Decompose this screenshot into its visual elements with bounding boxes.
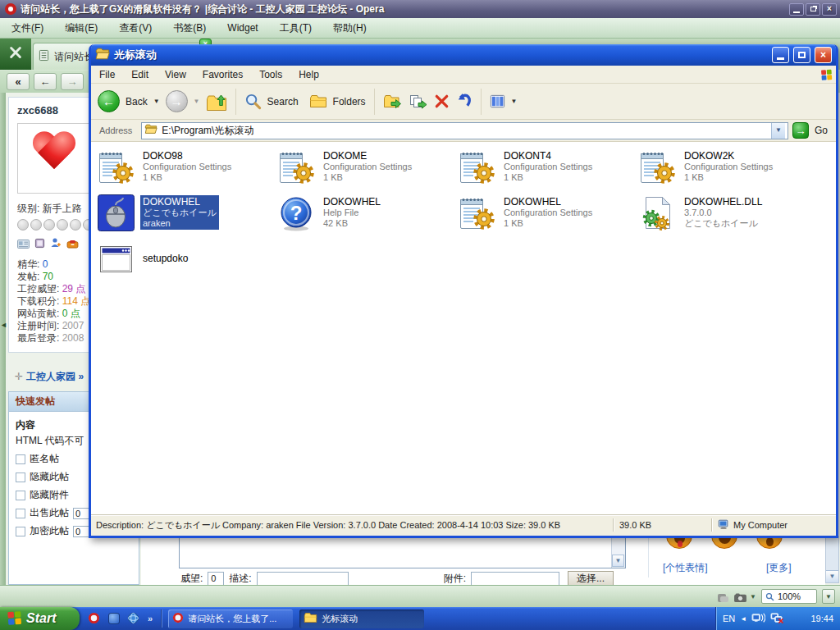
- menu-item[interactable]: Favorites: [203, 69, 243, 80]
- minimize-button[interactable]: [772, 47, 789, 63]
- back-dropdown-icon[interactable]: ▼: [153, 98, 160, 105]
- menu-item[interactable]: Edit: [131, 69, 148, 80]
- opera-panels-button[interactable]: [0, 39, 31, 70]
- undo-icon[interactable]: [455, 93, 472, 110]
- start-button[interactable]: Start: [0, 607, 80, 630]
- panel-edge[interactable]: ◄: [0, 93, 6, 585]
- opera-titlebar[interactable]: 请问站长，您上载了GX的滑鼠软件没有？ |综合讨论 - 工控人家园 工控论坛 -…: [0, 0, 840, 18]
- checkbox[interactable]: [16, 527, 25, 536]
- address-dropdown-icon[interactable]: ▼: [771, 123, 785, 139]
- menu-item[interactable]: 帮助(H): [333, 21, 367, 35]
- camera-icon[interactable]: [733, 591, 745, 601]
- back-button[interactable]: ←: [34, 73, 57, 90]
- task-label: 请问站长，您上载了...: [188, 613, 276, 625]
- opera-minimize-button[interactable]: [789, 3, 804, 16]
- add-friend-icon[interactable]: [50, 237, 62, 252]
- ini-icon: [278, 148, 315, 185]
- menu-item[interactable]: Widget: [227, 22, 258, 34]
- close-button[interactable]: ×: [815, 47, 832, 63]
- desc-input[interactable]: [257, 572, 349, 585]
- scroll-down-icon[interactable]: ▼: [826, 570, 838, 582]
- menu-item[interactable]: Help: [299, 69, 319, 80]
- app-icon[interactable]: [108, 613, 120, 624]
- opera-icon[interactable]: [88, 612, 101, 625]
- explorer-titlebar[interactable]: 光标滚动 ×: [91, 44, 836, 66]
- menu-item[interactable]: 编辑(E): [65, 21, 98, 35]
- search-icon[interactable]: [244, 93, 262, 110]
- menu-item[interactable]: 工具(T): [280, 21, 312, 35]
- views-dropdown-icon[interactable]: ▼: [511, 98, 518, 105]
- opera-window-title: 请问站长，您上载了GX的滑鼠软件没有？ |综合讨论 - 工控人家园 工控论坛 -…: [21, 2, 788, 16]
- forward-dropdown-icon[interactable]: ▼: [194, 98, 200, 105]
- mailbox-icon[interactable]: [66, 237, 79, 252]
- clock[interactable]: 19:44: [810, 614, 833, 623]
- copy-to-icon[interactable]: [409, 94, 428, 110]
- menu-item[interactable]: 查看(V): [119, 21, 152, 35]
- file-tile[interactable]: setupdoko: [98, 240, 273, 286]
- tray-collapse-icon[interactable]: ◄: [740, 615, 746, 623]
- folder-icon: [95, 48, 110, 63]
- menu-item[interactable]: Tools: [259, 69, 282, 80]
- file-tile[interactable]: DOKOW2KConfiguration Settings1 KB: [639, 148, 815, 194]
- zoom-control[interactable]: 100%: [761, 589, 817, 604]
- search-label[interactable]: Search: [267, 96, 299, 107]
- ini-icon: [459, 148, 495, 185]
- checkbox[interactable]: [16, 454, 25, 464]
- forward-button[interactable]: →: [166, 90, 188, 112]
- rewind-button[interactable]: «: [7, 73, 30, 90]
- back-button[interactable]: ←: [98, 90, 120, 112]
- up-button[interactable]: [206, 92, 227, 112]
- checkbox[interactable]: [16, 509, 25, 518]
- prestige-input[interactable]: 0: [208, 572, 224, 585]
- file-tile[interactable]: DOKOWHEL.DLL3.7.0.0どこでもホイール: [639, 194, 815, 240]
- checkbox[interactable]: [16, 491, 25, 500]
- more-emoticon-link[interactable]: [更多]: [766, 561, 792, 575]
- views-icon[interactable]: [490, 94, 505, 109]
- file-tile[interactable]: DOKOWHELどこでもホイールaraken: [98, 194, 273, 240]
- quick-launch-expand-icon[interactable]: »: [148, 614, 153, 623]
- move-to-icon[interactable]: [383, 94, 403, 110]
- task-button[interactable]: 请问站长，您上载了...: [168, 609, 293, 628]
- forward-button[interactable]: →: [61, 73, 84, 90]
- menu-item[interactable]: 书签(B): [173, 21, 206, 35]
- menu-item[interactable]: View: [165, 69, 186, 80]
- checkbox[interactable]: [16, 472, 25, 482]
- address-label: Address: [94, 126, 137, 135]
- zoom-dropdown-icon[interactable]: ▼: [822, 589, 835, 604]
- file-tile[interactable]: ?DOKOWHELHelp File42 KB: [278, 194, 454, 240]
- network-disconnected-icon[interactable]: [770, 613, 784, 625]
- page-scrollbar[interactable]: ▼: [825, 536, 839, 583]
- opera-restore-button[interactable]: [806, 3, 820, 16]
- task-button[interactable]: 光标滚动: [299, 609, 424, 628]
- choose-file-button[interactable]: 选择...: [568, 571, 614, 585]
- option-label: 匿名帖: [30, 452, 59, 466]
- globe-icon[interactable]: [127, 612, 140, 625]
- maximize-button[interactable]: [793, 47, 810, 63]
- chevron-down-icon[interactable]: ▼: [750, 593, 756, 600]
- profile-card-icon[interactable]: [17, 237, 30, 252]
- custom-emoticon-link[interactable]: [个性表情]: [663, 561, 708, 575]
- network-icon[interactable]: [751, 613, 765, 625]
- file-tile[interactable]: DOKO98Configuration Settings1 KB: [98, 148, 273, 194]
- delete-icon[interactable]: [434, 94, 450, 109]
- forum-home-link[interactable]: ✛工控人家园 »: [15, 370, 84, 384]
- folders-icon[interactable]: [309, 94, 327, 108]
- quick-launch: »: [80, 612, 161, 625]
- message-icon[interactable]: [34, 237, 45, 252]
- address-input[interactable]: E:\Program\光标滚动 ▼: [141, 122, 788, 139]
- file-tile[interactable]: DOKOWHELConfiguration Settings1 KB: [459, 194, 634, 240]
- menu-item[interactable]: 文件(F): [11, 21, 43, 35]
- go-label[interactable]: Go: [815, 125, 828, 136]
- file-tile[interactable]: DOKONT4Configuration Settings1 KB: [459, 148, 634, 194]
- file-tile[interactable]: DOKOMEConfiguration Settings1 KB: [278, 148, 454, 194]
- menu-item[interactable]: File: [99, 69, 115, 80]
- attach-input[interactable]: [471, 572, 559, 585]
- language-indicator[interactable]: EN: [723, 614, 735, 623]
- folders-label[interactable]: Folders: [333, 96, 366, 107]
- go-button[interactable]: →: [792, 122, 809, 139]
- file-label: DOKOWHELConfiguration Settings1 KB: [501, 195, 595, 230]
- file-label: DOKOWHEL.DLL3.7.0.0どこでもホイール: [682, 195, 765, 230]
- scroll-down-icon[interactable]: ▼: [612, 555, 624, 567]
- note-icon[interactable]: [717, 591, 728, 601]
- opera-close-button[interactable]: ×: [822, 3, 837, 16]
